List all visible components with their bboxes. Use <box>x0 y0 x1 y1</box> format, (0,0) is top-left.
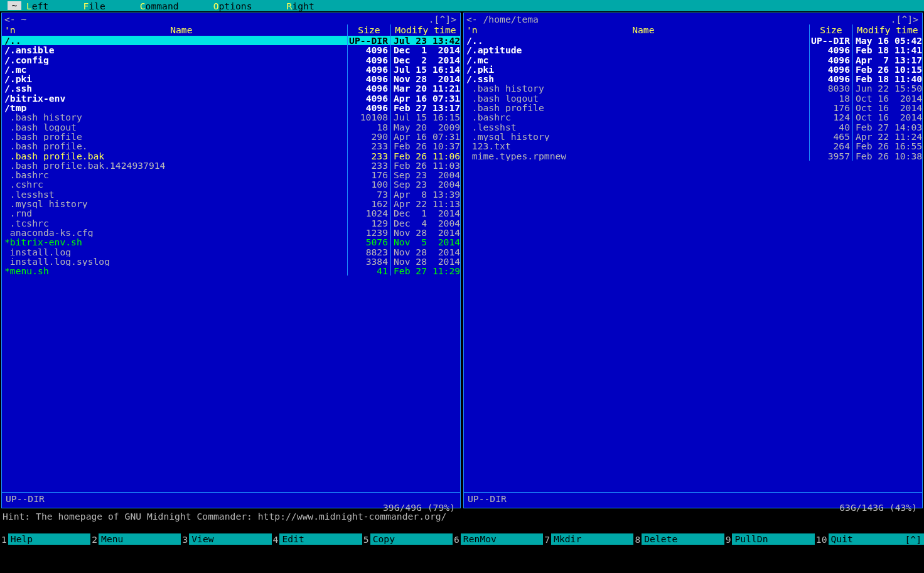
list-item[interactable]: .tcshrc129Dec 4 2004 <box>2 218 460 228</box>
list-item[interactable]: .bash_profile.bak233Feb 26 11:06 <box>2 151 460 161</box>
col-size[interactable]: Size <box>348 24 390 36</box>
list-item[interactable]: .rnd1024Dec 1 2014 <box>2 208 460 218</box>
file-name: /.ansible <box>2 45 347 55</box>
list-item[interactable]: .cshrc100Sep 23 2004 <box>2 179 460 189</box>
list-item[interactable]: /.ssh4096Mar 20 11:21 <box>2 83 460 93</box>
list-item[interactable]: .bash_profile.bak.1424937914233Feb 26 11… <box>2 161 460 170</box>
file-mtime: Jul 15 16:14 <box>391 65 460 74</box>
list-item[interactable]: .bash_history10108Jul 15 16:15 <box>2 112 460 122</box>
right-panel-ctl[interactable]: .[^]> <box>891 14 918 24</box>
list-item[interactable]: install.log.syslog3384Nov 28 2014 <box>2 257 460 266</box>
left-file-list[interactable]: /..UP--DIRJul 23 13:42/.ansible4096Dec 1… <box>2 36 460 276</box>
list-item[interactable]: anaconda-ks.cfg1239Nov 28 2014 <box>2 228 460 237</box>
menu-dropdown[interactable]: ~ <box>8 1 21 10</box>
list-item[interactable]: /.aptitude4096Feb 18 11:41 <box>464 45 922 55</box>
list-item[interactable]: .bash_profile290Apr 16 07:31 <box>2 132 460 141</box>
left-panel[interactable]: <- ~ .[^]> 'n Name Size Modify time /..U… <box>0 11 462 510</box>
list-item[interactable]: .bash_logout18May 20 2009 <box>2 122 460 132</box>
file-mtime: Feb 26 16:55 <box>853 141 922 151</box>
list-item[interactable]: *menu.sh41Feb 27 11:29 <box>2 266 460 276</box>
file-size: 4096 <box>810 65 852 74</box>
right-column-headers[interactable]: 'n Name Size Modify time <box>464 24 922 36</box>
sort-indicator[interactable]: 'n <box>464 24 478 36</box>
fkey-view[interactable]: 3View <box>181 533 271 545</box>
file-name: 123.txt <box>464 141 809 151</box>
left-path[interactable]: <- ~ <box>4 14 26 24</box>
menu-left[interactable]: Left <box>26 1 48 11</box>
list-item[interactable]: /.pki4096Feb 26 10:15 <box>464 65 922 74</box>
list-item[interactable]: /.ansible4096Dec 1 2014 <box>2 45 460 55</box>
file-mtime: Apr 22 11:13 <box>391 199 460 208</box>
menu-options[interactable]: Options <box>213 1 252 11</box>
list-item[interactable]: *bitrix-env.sh5076Nov 5 2014 <box>2 237 460 247</box>
file-size: 40 <box>810 122 852 132</box>
list-item[interactable]: /.ssh4096Feb 18 11:40 <box>464 74 922 83</box>
list-item[interactable]: .bash_profile.233Feb 26 10:37 <box>2 141 460 151</box>
file-name: .bash_logout <box>464 94 809 103</box>
fkey-copy[interactable]: 5Copy <box>362 533 453 545</box>
file-size: 41 <box>348 266 390 276</box>
fkey-mkdir[interactable]: 7Mkdir <box>543 533 633 545</box>
list-item[interactable]: .lesshst73Apr 8 13:39 <box>2 190 460 199</box>
file-mtime: Dec 1 2014 <box>391 45 460 55</box>
file-name: .rnd <box>2 208 347 218</box>
list-item[interactable]: .bash_profile176Oct 16 2014 <box>464 103 922 112</box>
file-size: 4096 <box>810 45 852 55</box>
col-mtime[interactable]: Modify time <box>853 24 922 36</box>
list-item[interactable]: 123.txt264Feb 26 16:55 <box>464 141 922 151</box>
fkey-delete[interactable]: 8Delete <box>633 533 724 545</box>
file-size: 465 <box>810 132 852 141</box>
menu-bar[interactable]: ~ Left File Command Options Right <box>0 0 924 11</box>
left-panel-ctl[interactable]: .[^]> <box>429 14 456 24</box>
file-mtime: Oct 16 2014 <box>853 112 922 122</box>
list-item[interactable]: /.mc4096Jul 15 16:14 <box>2 65 460 74</box>
file-size: 73 <box>348 190 390 199</box>
col-mtime[interactable]: Modify time <box>391 24 460 36</box>
col-name[interactable]: Name <box>478 24 809 36</box>
list-item[interactable]: mime.types.rpmnew3957Feb 26 10:38 <box>464 151 922 161</box>
file-name: .bash_profile.bak.1424937914 <box>2 161 347 170</box>
sort-indicator[interactable]: 'n <box>2 24 16 36</box>
list-item[interactable]: .bash_history8030Jun 22 15:50 <box>464 83 922 93</box>
fkey-edit[interactable]: 4Edit <box>272 533 362 545</box>
tail-ctl[interactable]: [^] <box>905 533 924 545</box>
file-mtime: Feb 26 10:37 <box>391 141 460 151</box>
fkey-help[interactable]: 1Help <box>0 533 90 545</box>
list-item[interactable]: /tmp4096Feb 27 13:17 <box>2 103 460 112</box>
list-item[interactable]: /.pki4096Nov 28 2014 <box>2 74 460 83</box>
col-name[interactable]: Name <box>16 24 347 36</box>
file-size: 5076 <box>348 237 390 247</box>
panels: <- ~ .[^]> 'n Name Size Modify time /..U… <box>0 11 924 510</box>
left-summary: UP--DIR <box>6 493 45 504</box>
function-keys[interactable]: 1Help 2Menu 3View 4Edit 5Copy 6RenMov 7M… <box>0 533 924 545</box>
right-panel[interactable]: <- /home/tema .[^]> 'n Name Size Modify … <box>462 11 924 510</box>
list-item[interactable]: .bashrc124Oct 16 2014 <box>464 112 922 122</box>
right-file-list[interactable]: /..UP--DIRMay 16 05:42/.aptitude4096Feb … <box>464 36 922 161</box>
file-mtime: Dec 4 2004 <box>391 218 460 228</box>
list-item[interactable]: .mysql_history465Apr 22 11:24 <box>464 132 922 141</box>
list-item[interactable]: /.config4096Dec 2 2014 <box>2 55 460 65</box>
list-item[interactable]: /bitrix-env4096Apr 16 07:31 <box>2 94 460 103</box>
right-path[interactable]: <- /home/tema <box>466 14 539 24</box>
file-name: .bash_history <box>2 112 347 122</box>
fkey-pulldn[interactable]: 9PullDn <box>724 533 815 545</box>
fkey-menu[interactable]: 2Menu <box>90 533 181 545</box>
shell-prompt[interactable]: [root@virt04 ~]# <box>0 522 924 533</box>
menu-right[interactable]: Right <box>287 1 314 11</box>
file-mtime: Feb 26 10:38 <box>853 151 922 161</box>
list-item[interactable]: /..UP--DIRMay 16 05:42 <box>464 36 922 45</box>
fkey-quit[interactable]: 10Quit <box>815 533 905 545</box>
menu-file[interactable]: File <box>83 1 105 11</box>
left-column-headers[interactable]: 'n Name Size Modify time <box>2 24 460 36</box>
menu-command[interactable]: Command <box>140 1 179 11</box>
col-size[interactable]: Size <box>810 24 852 36</box>
list-item[interactable]: .bashrc176Sep 23 2004 <box>2 170 460 179</box>
list-item[interactable]: .lesshst40Feb 27 14:03 <box>464 122 922 132</box>
list-item[interactable]: /.mc4096Apr 7 13:17 <box>464 55 922 65</box>
list-item[interactable]: .mysql_history162Apr 22 11:13 <box>2 199 460 208</box>
list-item[interactable]: install.log8823Nov 28 2014 <box>2 247 460 257</box>
fkey-renmov[interactable]: 6RenMov <box>453 533 543 545</box>
list-item[interactable]: /..UP--DIRJul 23 13:42 <box>2 36 460 45</box>
list-item[interactable]: .bash_logout18Oct 16 2014 <box>464 94 922 103</box>
file-name: /.pki <box>464 65 809 74</box>
